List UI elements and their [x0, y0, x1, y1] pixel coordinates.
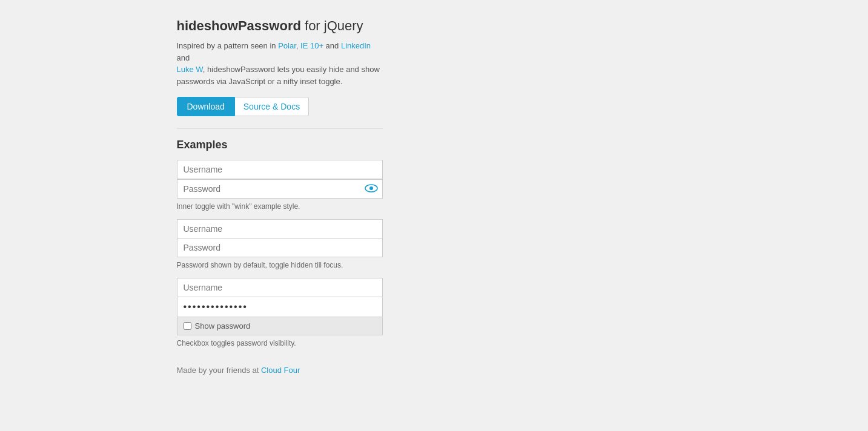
content-area: hideshowPassword for jQuery Inspired by …	[177, 18, 383, 375]
ie10-link[interactable]: IE 10+	[300, 41, 323, 50]
username-input-1[interactable]	[177, 160, 383, 179]
username-input-3[interactable]	[177, 278, 383, 297]
polar-link[interactable]: Polar	[278, 41, 296, 50]
caption-1: Inner toggle with "wink" example style.	[177, 202, 383, 211]
button-row: Download Source & Docs	[177, 97, 383, 116]
password-input-2[interactable]	[177, 239, 383, 257]
footer-prefix: Made by your friends at	[177, 366, 261, 375]
page-wrapper: hideshowPassword for jQuery Inspired by …	[165, 0, 704, 393]
show-password-checkbox[interactable]	[184, 322, 191, 330]
username-input-2[interactable]	[177, 219, 383, 239]
description-text: Inspired by a pattern seen in Polar, IE …	[177, 40, 383, 87]
example-group-2: Password shown by default, toggle hidden…	[177, 219, 383, 269]
cloud-four-link[interactable]: Cloud Four	[261, 366, 300, 375]
caption-3: Checkbox toggles password visibility.	[177, 339, 383, 347]
desc-suffix: , hideshowPassword lets you easily hide …	[177, 65, 380, 86]
password-input-3[interactable]	[177, 297, 383, 317]
download-button[interactable]: Download	[177, 97, 235, 116]
footer-text: Made by your friends at Cloud Four	[177, 366, 383, 375]
example-group-1: Inner toggle with "wink" example style.	[177, 160, 383, 211]
examples-section-title: Examples	[177, 139, 383, 151]
password-input-1[interactable]	[177, 179, 383, 199]
luke-link[interactable]: Luke W	[177, 65, 203, 74]
password-wrapper-1	[177, 179, 383, 199]
show-password-label[interactable]: Show password	[195, 321, 251, 331]
linkedin-link[interactable]: LinkedIn	[341, 41, 371, 50]
divider	[177, 128, 383, 129]
show-password-bar: Show password	[177, 317, 383, 335]
eye-toggle-icon[interactable]	[365, 183, 378, 194]
title-sub: for jQuery	[305, 18, 363, 33]
svg-point-1	[369, 186, 373, 190]
page-title: hideshowPassword for jQuery	[177, 18, 383, 34]
title-main: hideshowPassword	[177, 18, 301, 33]
example-group-3: Show password Checkbox toggles password …	[177, 278, 383, 347]
caption-2: Password shown by default, toggle hidden…	[177, 261, 383, 269]
source-docs-button[interactable]: Source & Docs	[235, 97, 309, 116]
desc-prefix: Inspired by a pattern seen in	[177, 41, 279, 50]
